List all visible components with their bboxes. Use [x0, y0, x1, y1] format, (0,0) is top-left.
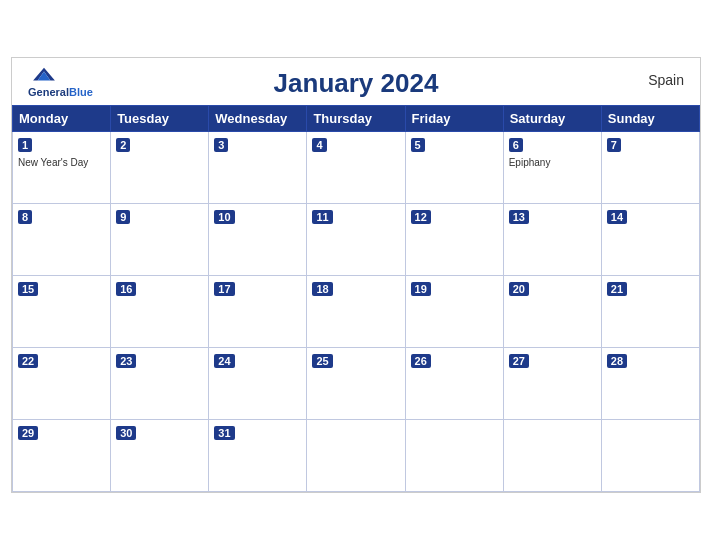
- day-number: 5: [411, 138, 425, 152]
- calendar-day-cell: 18: [307, 276, 405, 348]
- logo-area: General Blue: [28, 66, 93, 98]
- day-number: 11: [312, 210, 332, 224]
- day-number: 29: [18, 426, 38, 440]
- header-thursday: Thursday: [307, 106, 405, 132]
- calendar-day-cell: 11: [307, 204, 405, 276]
- day-number: 24: [214, 354, 234, 368]
- calendar-day-cell: 9: [111, 204, 209, 276]
- calendar-week-row: 891011121314: [13, 204, 700, 276]
- day-number: 30: [116, 426, 136, 440]
- day-number: 6: [509, 138, 523, 152]
- calendar-day-cell: [601, 420, 699, 492]
- day-number: 8: [18, 210, 32, 224]
- calendar-body: 1New Year's Day23456Epiphany789101112131…: [13, 132, 700, 492]
- calendar-title: January 2024: [274, 68, 439, 99]
- day-number: 25: [312, 354, 332, 368]
- calendar-container: General Blue January 2024 Spain Monday T…: [11, 57, 701, 493]
- holiday-label: New Year's Day: [18, 156, 105, 169]
- day-number: 18: [312, 282, 332, 296]
- calendar-day-cell: 15: [13, 276, 111, 348]
- day-number: 14: [607, 210, 627, 224]
- calendar-day-cell: 3: [209, 132, 307, 204]
- calendar-day-cell: 23: [111, 348, 209, 420]
- day-number: 10: [214, 210, 234, 224]
- day-number: 27: [509, 354, 529, 368]
- day-number: 17: [214, 282, 234, 296]
- calendar-day-cell: 21: [601, 276, 699, 348]
- calendar-day-cell: 14: [601, 204, 699, 276]
- calendar-day-cell: 1New Year's Day: [13, 132, 111, 204]
- calendar-day-cell: 10: [209, 204, 307, 276]
- logo-icon: [28, 66, 60, 86]
- logo-general-text: General: [28, 86, 69, 98]
- calendar-day-cell: 17: [209, 276, 307, 348]
- holiday-label: Epiphany: [509, 156, 596, 169]
- day-number: 4: [312, 138, 326, 152]
- day-number: 12: [411, 210, 431, 224]
- day-number: 28: [607, 354, 627, 368]
- day-number: 20: [509, 282, 529, 296]
- calendar-day-cell: 8: [13, 204, 111, 276]
- calendar-day-cell: 27: [503, 348, 601, 420]
- header-tuesday: Tuesday: [111, 106, 209, 132]
- calendar-day-cell: 20: [503, 276, 601, 348]
- calendar-week-row: 293031: [13, 420, 700, 492]
- calendar-day-cell: 6Epiphany: [503, 132, 601, 204]
- calendar-day-cell: 29: [13, 420, 111, 492]
- calendar-day-cell: 16: [111, 276, 209, 348]
- day-number: 13: [509, 210, 529, 224]
- day-number: 26: [411, 354, 431, 368]
- weekday-header-row: Monday Tuesday Wednesday Thursday Friday…: [13, 106, 700, 132]
- calendar-day-cell: 31: [209, 420, 307, 492]
- day-number: 1: [18, 138, 32, 152]
- day-number: 3: [214, 138, 228, 152]
- calendar-day-cell: 22: [13, 348, 111, 420]
- day-number: 9: [116, 210, 130, 224]
- calendar-day-cell: 24: [209, 348, 307, 420]
- day-number: 19: [411, 282, 431, 296]
- calendar-day-cell: 7: [601, 132, 699, 204]
- header-sunday: Sunday: [601, 106, 699, 132]
- calendar-thead: Monday Tuesday Wednesday Thursday Friday…: [13, 106, 700, 132]
- day-number: 15: [18, 282, 38, 296]
- calendar-day-cell: 13: [503, 204, 601, 276]
- day-number: 23: [116, 354, 136, 368]
- calendar-day-cell: 26: [405, 348, 503, 420]
- day-number: 7: [607, 138, 621, 152]
- calendar-day-cell: 4: [307, 132, 405, 204]
- calendar-day-cell: 19: [405, 276, 503, 348]
- calendar-day-cell: 5: [405, 132, 503, 204]
- calendar-day-cell: 12: [405, 204, 503, 276]
- calendar-day-cell: 25: [307, 348, 405, 420]
- calendar-week-row: 1New Year's Day23456Epiphany7: [13, 132, 700, 204]
- header-monday: Monday: [13, 106, 111, 132]
- country-label: Spain: [648, 72, 684, 88]
- header-saturday: Saturday: [503, 106, 601, 132]
- calendar-week-row: 22232425262728: [13, 348, 700, 420]
- day-number: 31: [214, 426, 234, 440]
- header-friday: Friday: [405, 106, 503, 132]
- calendar-week-row: 15161718192021: [13, 276, 700, 348]
- calendar-day-cell: [503, 420, 601, 492]
- calendar-day-cell: 2: [111, 132, 209, 204]
- calendar-day-cell: 30: [111, 420, 209, 492]
- calendar-day-cell: [405, 420, 503, 492]
- day-number: 16: [116, 282, 136, 296]
- calendar-header: General Blue January 2024 Spain: [12, 58, 700, 105]
- day-number: 22: [18, 354, 38, 368]
- calendar-day-cell: [307, 420, 405, 492]
- calendar-table: Monday Tuesday Wednesday Thursday Friday…: [12, 105, 700, 492]
- day-number: 2: [116, 138, 130, 152]
- logo-blue-text: Blue: [69, 86, 93, 98]
- header-wednesday: Wednesday: [209, 106, 307, 132]
- day-number: 21: [607, 282, 627, 296]
- calendar-day-cell: 28: [601, 348, 699, 420]
